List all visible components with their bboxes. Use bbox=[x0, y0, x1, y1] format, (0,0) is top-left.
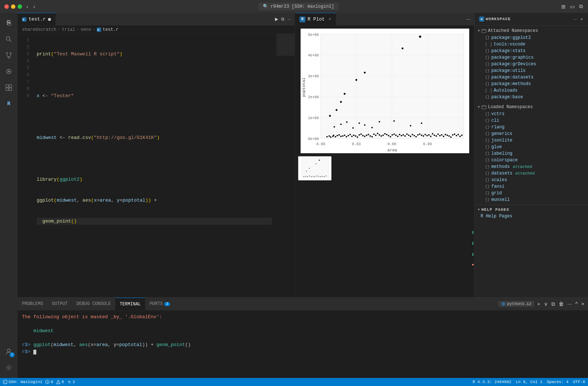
layout-icon[interactable]: ⊞ bbox=[561, 3, 566, 10]
r-plot-close-icon[interactable]: × bbox=[328, 16, 331, 22]
lns-rlang[interactable]: {} rlang bbox=[475, 124, 588, 130]
r-plot-tab[interactable]: R R Plot × bbox=[295, 13, 336, 25]
maximize-traffic-light[interactable] bbox=[18, 4, 22, 9]
tab-terminal[interactable]: TERMINAL bbox=[115, 298, 145, 310]
lns-glue[interactable]: {} glue bbox=[475, 144, 588, 150]
close-terminal-button[interactable]: × bbox=[581, 300, 585, 308]
panel-icon[interactable]: ▭ bbox=[569, 3, 576, 10]
svg-point-143 bbox=[320, 176, 321, 177]
ssh-status[interactable]: >_ SSH: maxlogin1 bbox=[3, 380, 42, 384]
ns-utils[interactable]: {} package:utils bbox=[475, 67, 588, 74]
ns-graphics[interactable]: {} package:graphics bbox=[475, 54, 588, 61]
lns-labeling[interactable]: {} labeling bbox=[475, 150, 588, 157]
loaded-namespace-folder-icon bbox=[481, 104, 486, 110]
warnings-status[interactable]: ! 0 bbox=[56, 380, 64, 384]
explorer-icon[interactable]: ⎘ bbox=[1, 16, 16, 30]
lns-jsonlite[interactable]: {} jsonlite bbox=[475, 137, 588, 144]
svg-point-11 bbox=[7, 349, 10, 352]
breadcrumb-venv[interactable]: venv bbox=[81, 27, 91, 32]
lns-methods[interactable]: {} methods attached bbox=[475, 163, 588, 170]
ns-autoloads[interactable]: [ ] Autoloads bbox=[475, 87, 588, 94]
tab-output[interactable]: OUTPUT bbox=[48, 298, 72, 310]
split-terminal-button[interactable]: ⧉ bbox=[551, 300, 556, 308]
split-editor-button[interactable]: ⧉ bbox=[280, 16, 285, 22]
minimize-traffic-light[interactable] bbox=[11, 4, 15, 9]
svg-point-121 bbox=[393, 120, 395, 122]
svg-point-67 bbox=[379, 134, 380, 136]
branches-status[interactable]: 3 bbox=[67, 380, 75, 384]
svg-text:>_: >_ bbox=[4, 381, 7, 384]
editor-tab-test-r[interactable]: R test.r bbox=[18, 13, 56, 25]
svg-text:0e+00: 0e+00 bbox=[308, 137, 319, 141]
remote-icon: >_ bbox=[3, 380, 7, 384]
r-workspace-icon[interactable]: R bbox=[1, 96, 16, 111]
more-actions-button[interactable]: ··· bbox=[287, 16, 292, 22]
code-editor[interactable]: 1 2 3 4 5 6 7 8 9 print("Test Maxwell R … bbox=[18, 34, 295, 297]
run-button[interactable]: ▶ bbox=[274, 16, 279, 22]
settings-icon[interactable] bbox=[1, 360, 16, 375]
help-pages-header[interactable]: ▼ HELP PAGES bbox=[475, 206, 588, 213]
ns-methods[interactable]: {} package:methods bbox=[475, 81, 588, 87]
svg-point-58 bbox=[362, 135, 364, 136]
attached-namespaces-header[interactable]: ▼ Attached Namespaces bbox=[475, 27, 588, 34]
r-help-pages-item[interactable]: R Help Pages bbox=[475, 213, 588, 220]
workspace-more-button[interactable]: ··· bbox=[573, 16, 577, 22]
encoding-status[interactable]: UTF-8 bbox=[573, 380, 585, 384]
loaded-namespaces-header[interactable]: ▼ Loaded Namespaces bbox=[475, 103, 588, 111]
ns-ggplot2[interactable]: {} package:ggplot2 bbox=[475, 34, 588, 41]
breadcrumb-file[interactable]: test.r bbox=[103, 27, 118, 32]
tab-debug-console[interactable]: DEBUG CONSOLE bbox=[72, 298, 115, 310]
customize-icon[interactable]: ⧉ bbox=[578, 3, 584, 10]
ns-grdevices[interactable]: {} package:grDevices bbox=[475, 61, 588, 67]
title-bar: ‹ › 🔍 r04mr23 [SSH: maxlogin1] ⊞ ▭ ⧉ bbox=[0, 0, 588, 13]
plot-thumbnails-row bbox=[298, 156, 331, 180]
account-icon[interactable]: 2 bbox=[1, 344, 16, 359]
extensions-icon[interactable] bbox=[1, 80, 16, 95]
kill-terminal-button[interactable]: 🗑 bbox=[558, 300, 565, 308]
nav-back-button[interactable]: ‹ bbox=[25, 3, 30, 10]
loaded-namespaces-label: Loaded Namespaces bbox=[488, 104, 533, 110]
r-version-status[interactable]: R 4.3.3: 2464692 bbox=[473, 380, 511, 384]
svg-point-127 bbox=[355, 79, 357, 81]
code-content[interactable]: print("Test Maxwell R script") x <- "Tes… bbox=[32, 34, 276, 297]
spaces-status[interactable]: Spaces: 4 bbox=[547, 380, 569, 384]
ns-vscode[interactable]: [ ] tools:vscode bbox=[475, 41, 588, 48]
lns-generics[interactable]: {} generics bbox=[475, 130, 588, 137]
r-plot-more-button[interactable]: ··· bbox=[466, 15, 471, 23]
title-bar-center[interactable]: 🔍 r04mr23 [SSH: maxlogin1] bbox=[258, 3, 338, 10]
maximize-terminal-button[interactable]: ^ bbox=[574, 300, 578, 308]
editor-tab-label: test.r bbox=[29, 16, 46, 22]
lns-colorspace[interactable]: {} colorspace bbox=[475, 157, 588, 163]
ns-stats[interactable]: {} package:stats bbox=[475, 48, 588, 54]
terminal-line-1: The following object is masked _by_ '.Gl… bbox=[22, 313, 584, 320]
workspace-close-button[interactable]: × bbox=[580, 16, 584, 22]
terminal-more-button[interactable]: ··· bbox=[567, 300, 573, 308]
debug-icon[interactable] bbox=[1, 64, 16, 79]
ns-datasets[interactable]: {} package:datasets bbox=[475, 74, 588, 81]
tab-problems[interactable]: PROBLEMS bbox=[18, 298, 48, 310]
close-traffic-light[interactable] bbox=[4, 4, 9, 9]
plot-thumbnail[interactable] bbox=[298, 156, 331, 180]
python-env-selector[interactable]: python3.12 bbox=[498, 301, 534, 307]
search-icon[interactable] bbox=[1, 32, 16, 47]
lns-cli[interactable]: {} cli bbox=[475, 117, 588, 124]
cursor-position-status[interactable]: Ln 9, Col 1 bbox=[516, 380, 543, 384]
tab-ports[interactable]: PORTS 3 bbox=[145, 298, 174, 310]
lns-grid[interactable]: {} grid bbox=[475, 190, 588, 196]
breadcrumb-sharedscratch[interactable]: sharedscratch bbox=[22, 27, 56, 32]
errors-status[interactable]: ✕ 0 bbox=[45, 380, 53, 384]
lns-munsell[interactable]: {} munsell bbox=[475, 196, 588, 203]
breadcrumb-trial[interactable]: trial bbox=[62, 27, 75, 32]
add-terminal-button[interactable]: + bbox=[536, 300, 541, 308]
nav-forward-button[interactable]: › bbox=[32, 3, 37, 10]
lns-datasets[interactable]: {} datasets attached bbox=[475, 170, 588, 177]
lns-vctrs[interactable]: {} vctrs bbox=[475, 111, 588, 117]
terminal-chevron-button[interactable]: ∨ bbox=[543, 300, 548, 308]
svg-point-124 bbox=[419, 36, 421, 38]
ns-base[interactable]: {} package:base bbox=[475, 94, 588, 100]
lns-scales[interactable]: {} scales bbox=[475, 177, 588, 183]
terminal-content[interactable]: The following object is masked _by_ '.Gl… bbox=[18, 310, 588, 378]
lns-fansi[interactable]: {} fansi bbox=[475, 183, 588, 190]
source-control-icon[interactable] bbox=[1, 48, 16, 63]
svg-point-78 bbox=[399, 134, 400, 135]
